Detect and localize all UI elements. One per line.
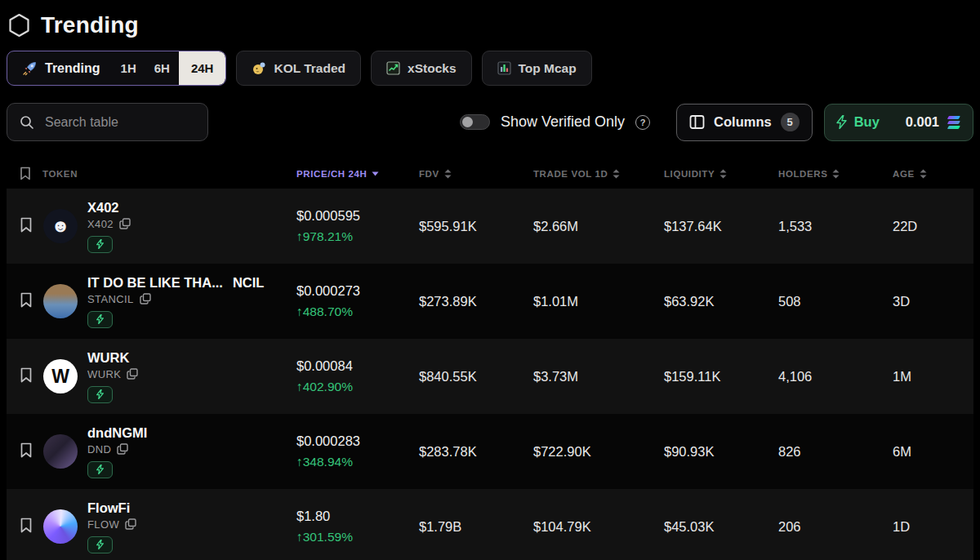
token-text: dndNGMI DND xyxy=(87,425,157,478)
search-box[interactable] xyxy=(7,103,208,141)
tab-trending-label: Trending xyxy=(45,61,100,76)
token-change-24h: ↑488.70% xyxy=(296,304,419,319)
token-name: IT DO BE LIKE THA... xyxy=(87,275,223,291)
table-row[interactable]: ☻ X402 X402 xyxy=(7,189,973,264)
lightning-icon xyxy=(836,115,847,129)
help-icon[interactable]: ? xyxy=(635,115,650,130)
token-name: FlowFi xyxy=(87,500,130,516)
quick-buy-button[interactable]: Buy 0.001 xyxy=(824,104,973,141)
fdv-value: $840.55K xyxy=(419,369,533,384)
header-fdv[interactable]: FDV xyxy=(419,169,533,179)
token-avatar: ☻ xyxy=(43,209,78,243)
tab-top-mcap-label: Top Mcap xyxy=(519,61,577,76)
token-change-24h: ↑402.90% xyxy=(296,380,419,394)
age-value: 1D xyxy=(893,519,973,535)
liquidity-value: $90.93K xyxy=(664,444,778,460)
liquidity-value: $45.03K xyxy=(664,519,778,535)
token-cell: dndNGMI DND xyxy=(42,425,296,478)
lightning-icon xyxy=(96,464,104,474)
search-icon xyxy=(20,115,34,130)
search-input[interactable] xyxy=(43,114,182,131)
table-row[interactable]: IT DO BE LIKE THA... NCIL STANCIL $0.000… xyxy=(7,264,973,339)
tab-top-mcap[interactable]: Top Mcap xyxy=(482,51,592,86)
solana-icon xyxy=(948,116,960,129)
columns-button[interactable]: Columns 5 xyxy=(676,104,813,141)
header-holders-label: HOLDERS xyxy=(778,169,827,179)
row-bookmark-button[interactable] xyxy=(7,518,42,536)
bookmark-icon xyxy=(20,167,31,180)
token-change-24h: ↑348.94% xyxy=(296,455,419,469)
timeframe-24h-selected[interactable]: 24H xyxy=(179,51,226,85)
boost-badge[interactable] xyxy=(87,461,113,478)
token-name: X402 xyxy=(87,200,119,216)
header-holders[interactable]: HOLDERS xyxy=(778,169,893,179)
copy-address-icon[interactable] xyxy=(119,218,131,229)
fdv-value: $1.79B xyxy=(419,519,533,535)
boost-badge[interactable] xyxy=(87,386,113,403)
header-price-sorted[interactable]: PRICE/CH 24H xyxy=(296,169,419,179)
token-cell: ☻ X402 X402 xyxy=(42,200,296,253)
header-liquidity[interactable]: LIQUIDITY xyxy=(664,169,778,179)
token-cell: W WURK WURK xyxy=(42,350,296,403)
table-row[interactable]: dndNGMI DND $0.000283 ↑348.94% xyxy=(7,414,973,489)
header-price-label: PRICE/CH 24H xyxy=(296,169,367,179)
bookmark-icon xyxy=(20,518,33,533)
token-name-suffix: NCIL xyxy=(233,275,265,291)
timeframe-6h[interactable]: 6H xyxy=(145,51,179,85)
timeframe-1h[interactable]: 1H xyxy=(112,51,145,85)
copy-address-icon[interactable] xyxy=(127,368,138,380)
page-title: Trending xyxy=(41,12,139,38)
table-row[interactable]: W WURK WURK xyxy=(7,339,973,414)
token-avatar xyxy=(43,434,78,469)
header-trade-vol-label: TRADE VOL 1D xyxy=(533,169,608,179)
copy-address-icon[interactable] xyxy=(117,443,128,455)
holders-value: 4,106 xyxy=(778,369,893,384)
tab-xstocks[interactable]: xStocks xyxy=(371,51,471,86)
line-chart-icon xyxy=(386,61,400,75)
sort-icon xyxy=(612,169,620,179)
bar-chart-icon xyxy=(497,61,511,75)
token-avatar-label: W xyxy=(51,367,69,386)
buy-amount: 0.001 xyxy=(906,114,939,130)
token-name: dndNGMI xyxy=(87,425,147,441)
header-bookmark[interactable] xyxy=(7,167,42,180)
boost-badge[interactable] xyxy=(87,236,113,253)
trade-vol-value: $2.66M xyxy=(533,219,664,234)
token-cell: FlowFi FLOW xyxy=(42,500,296,553)
holders-value: 206 xyxy=(778,519,893,535)
verified-only-toggle[interactable] xyxy=(460,114,490,130)
token-symbol: WURK xyxy=(87,368,121,380)
sort-icon xyxy=(444,169,452,179)
lightning-icon xyxy=(96,389,104,399)
token-symbol: STANCIL xyxy=(87,293,134,305)
bookmark-icon xyxy=(20,367,33,383)
lightning-icon xyxy=(96,540,104,549)
fdv-value: $283.78K xyxy=(419,444,533,460)
token-symbol: DND xyxy=(87,443,111,456)
token-cell: IT DO BE LIKE THA... NCIL STANCIL xyxy=(42,275,296,328)
header-age[interactable]: AGE xyxy=(893,169,973,179)
header-token[interactable]: TOKEN xyxy=(42,169,296,179)
row-bookmark-button[interactable] xyxy=(7,217,42,236)
token-name: WURK xyxy=(87,350,129,366)
tab-trending[interactable]: Trending xyxy=(7,51,112,85)
boost-badge[interactable] xyxy=(87,311,113,328)
token-text: IT DO BE LIKE THA... NCIL STANCIL xyxy=(87,275,264,328)
token-avatar-label: ☻ xyxy=(51,217,69,235)
row-bookmark-button[interactable] xyxy=(7,442,42,461)
trade-vol-value: $104.79K xyxy=(533,519,664,535)
age-value: 6M xyxy=(893,444,973,460)
row-bookmark-button[interactable] xyxy=(7,367,42,386)
row-bookmark-button[interactable] xyxy=(7,292,42,311)
trade-vol-value: $3.73M xyxy=(533,369,664,384)
table-row[interactable]: FlowFi FLOW $1.80 ↑301.59% xyxy=(7,489,973,560)
token-text: FlowFi FLOW xyxy=(87,500,140,553)
price-cell: $0.00084 ↑402.90% xyxy=(296,358,419,394)
header-fdv-label: FDV xyxy=(419,169,439,179)
copy-address-icon[interactable] xyxy=(140,293,151,304)
fdv-value: $273.89K xyxy=(419,294,533,309)
header-trade-vol[interactable]: TRADE VOL 1D xyxy=(533,169,664,179)
copy-address-icon[interactable] xyxy=(125,518,136,530)
boost-badge[interactable] xyxy=(87,536,113,553)
tab-kol-traded[interactable]: KOL Traded xyxy=(236,51,361,86)
